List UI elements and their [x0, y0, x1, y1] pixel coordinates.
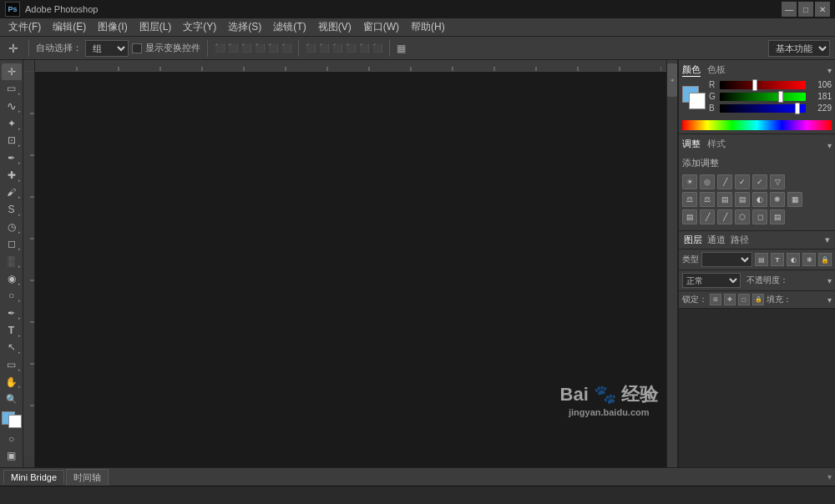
lasso-tool[interactable]: ∿ ▸	[2, 98, 22, 114]
b-slider-track[interactable]	[720, 104, 806, 113]
g-slider-thumb[interactable]	[778, 91, 783, 103]
adj-levels-icon[interactable]: ╱	[717, 174, 732, 189]
history-tool[interactable]: ◷ ▸	[2, 219, 22, 235]
hand-tool[interactable]: ✋ ▸	[2, 374, 22, 391]
screen-mode-tool[interactable]: ▣	[2, 447, 22, 464]
menu-window[interactable]: 窗口(W)	[358, 18, 404, 36]
distribute-icon3[interactable]: ⬛	[332, 43, 342, 53]
magic-wand-tool[interactable]: ✦ ▸	[2, 115, 22, 132]
quick-mask-tool[interactable]: ○	[2, 431, 22, 447]
bg-color-swatch[interactable]	[689, 93, 706, 109]
r-slider-thumb[interactable]	[752, 79, 757, 91]
bg-color-box[interactable]	[8, 415, 22, 428]
blur-tool[interactable]: ◉ ▸	[2, 270, 22, 287]
adj-posterize-icon[interactable]: ▦	[787, 192, 802, 207]
pen-tool[interactable]: ✒ ▸	[2, 305, 22, 321]
adj-colorlookup-icon[interactable]: ◐	[752, 192, 767, 207]
kind-select[interactable]	[701, 252, 752, 267]
adj-hsl-icon[interactable]: ▽	[770, 174, 785, 189]
arrange-icon[interactable]: ▦	[397, 43, 406, 54]
menu-text[interactable]: 文字(Y)	[178, 18, 221, 36]
g-slider-track[interactable]	[720, 93, 806, 101]
color-boxes[interactable]	[682, 86, 706, 109]
layers-panel-menu[interactable]: ▾	[825, 234, 830, 245]
menu-filter[interactable]: 滤镜(T)	[268, 18, 311, 36]
brush-tool[interactable]: 🖌 ▸	[2, 184, 22, 201]
align-hcenter-icon[interactable]: ⬛	[268, 43, 278, 53]
adj-vibrance-icon[interactable]: ✓	[752, 174, 767, 189]
distribute-icon4[interactable]: ⬛	[346, 43, 356, 53]
adj-solid-icon[interactable]: ◻	[752, 209, 767, 224]
close-button[interactable]: ✕	[815, 2, 830, 17]
gradient-tool[interactable]: ░ ▸	[2, 253, 22, 270]
adj-gradient-icon[interactable]: ╱	[700, 209, 715, 224]
path-select-tool[interactable]: ↖ ▸	[2, 340, 22, 356]
fg-bg-colors[interactable]	[2, 411, 22, 428]
dodge-tool[interactable]: ○ ▸	[2, 288, 22, 305]
r-slider-track[interactable]	[720, 81, 806, 89]
adj-threshold-icon[interactable]: ▤	[682, 209, 697, 224]
adj-curves-icon[interactable]: ◎	[700, 174, 715, 189]
adj-pattern-icon[interactable]: ▤	[770, 209, 785, 224]
b-slider-thumb[interactable]	[795, 103, 800, 114]
workspace-dropdown[interactable]: 基本功能	[768, 40, 830, 57]
adj-colorbal-icon[interactable]: ⚖	[682, 192, 697, 207]
transform-checkbox[interactable]	[132, 43, 142, 53]
menu-help[interactable]: 帮助(H)	[406, 18, 450, 36]
layers-tab[interactable]: 图层	[684, 234, 702, 246]
adj-channelmix-icon[interactable]: ▤	[735, 192, 750, 207]
lock-artboard-icon[interactable]: ◻	[738, 294, 750, 305]
color-tab[interactable]: 颜色	[682, 63, 701, 77]
mini-bridge-tab[interactable]: Mini Bridge	[3, 470, 64, 484]
align-top-icon[interactable]: ⬛	[215, 43, 225, 53]
fill-dropdown[interactable]: ▾	[827, 295, 832, 305]
canvas-area[interactable]: Bai 🐾 经验 jingyan.baidu.com	[35, 72, 666, 467]
align-bottom-icon[interactable]: ⬛	[241, 43, 251, 53]
menu-image[interactable]: 图像(I)	[93, 18, 132, 36]
minimize-button[interactable]: —	[782, 2, 797, 17]
align-right-icon[interactable]: ⬛	[281, 43, 291, 53]
menu-view[interactable]: 视图(V)	[313, 18, 357, 36]
paths-tab[interactable]: 路径	[731, 234, 749, 246]
layer-kind-shape-icon[interactable]: ◐	[787, 253, 800, 266]
adj-shape-icon[interactable]: ⬡	[735, 209, 750, 224]
lock-move-icon[interactable]: ✚	[724, 294, 736, 305]
selection-tool[interactable]: ▭ ▸	[2, 81, 22, 98]
distribute-icon5[interactable]: ⬛	[359, 43, 369, 53]
adj-bw-icon[interactable]: ⚖	[700, 192, 715, 207]
layer-kind-lock-icon[interactable]: 🔒	[818, 253, 832, 266]
color-panel-collapse[interactable]: ▾	[827, 66, 832, 75]
zoom-tool[interactable]: 🔍	[2, 391, 22, 407]
distribute-icon1[interactable]: ⬛	[306, 43, 316, 53]
eyedropper-tool[interactable]: ✒ ▸	[2, 149, 22, 166]
distribute-icon2[interactable]: ⬛	[319, 43, 329, 53]
shape-tool[interactable]: ▭ ▸	[2, 356, 22, 373]
align-left-icon[interactable]: ⬛	[255, 43, 265, 53]
adj-tab-adjustments[interactable]: 调整	[682, 138, 701, 150]
adj-selectivecolor-icon[interactable]: ╱	[717, 209, 732, 224]
opacity-dropdown[interactable]: ▾	[827, 276, 832, 285]
color-spectrum[interactable]	[682, 120, 832, 130]
adj-panel-collapse[interactable]: ▾	[827, 141, 832, 150]
menu-file[interactable]: 文件(F)	[3, 18, 46, 36]
channels-tab[interactable]: 通道	[707, 234, 726, 246]
lock-checkerboard-icon[interactable]: ⊞	[710, 294, 721, 305]
heal-tool[interactable]: ✚ ▸	[2, 167, 22, 184]
menu-select[interactable]: 选择(S)	[223, 18, 266, 36]
layer-kind-pixel-icon[interactable]: ▤	[755, 253, 768, 266]
crop-tool[interactable]: ⊡ ▸	[2, 133, 22, 149]
maximize-button[interactable]: □	[798, 2, 813, 17]
adj-brightness-icon[interactable]: ☀	[682, 174, 697, 189]
text-tool[interactable]: T ▸	[2, 322, 22, 339]
menu-edit[interactable]: 编辑(E)	[48, 18, 91, 36]
eraser-tool[interactable]: ◻ ▸	[2, 236, 22, 253]
align-vcenter-icon[interactable]: ⬛	[228, 43, 238, 53]
lock-all-icon[interactable]: 🔒	[752, 294, 764, 305]
layer-kind-text-icon[interactable]: T	[771, 253, 784, 266]
adj-tab-styles[interactable]: 样式	[707, 138, 726, 150]
blend-mode-select[interactable]: 正常	[682, 273, 741, 288]
adj-photofilter-icon[interactable]: ▤	[717, 192, 732, 207]
timeline-tab[interactable]: 时间轴	[66, 469, 109, 486]
layer-kind-smartobj-icon[interactable]: ❋	[802, 253, 816, 266]
clone-tool[interactable]: S ▸	[2, 201, 22, 218]
